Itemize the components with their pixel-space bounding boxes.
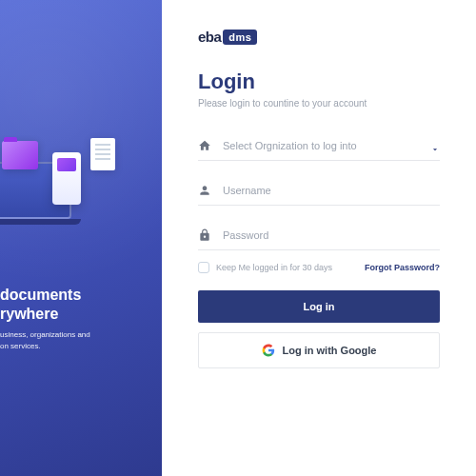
login-button[interactable]: Log in [198, 290, 440, 323]
logo-text-eba: eba [198, 29, 221, 45]
username-input[interactable] [223, 185, 440, 196]
promo-title-line2: rywhere [0, 306, 58, 322]
forgot-password-link[interactable]: Forgot Password? [365, 263, 440, 272]
user-icon [198, 184, 211, 197]
promo-panel: documents rywhere usiness, organizations… [0, 0, 162, 476]
promo-subtitle: usiness, organizations and on services. [0, 329, 162, 352]
brand-logo: eba dms [198, 29, 440, 45]
login-subheading: Please login to countine to your account [198, 98, 440, 109]
lock-icon [198, 228, 211, 242]
promo-sub-line1: usiness, organizations and [0, 330, 90, 339]
phone-graphic [52, 152, 81, 205]
document-graphic [90, 138, 115, 170]
promo-title: documents rywhere [0, 286, 162, 324]
promo-text: documents rywhere usiness, organizations… [0, 286, 162, 352]
login-panel: eba dms Login Please login to countine t… [162, 0, 476, 476]
remember-checkbox[interactable] [198, 262, 209, 273]
remember-row: Keep Me logged in for 30 days Forgot Pas… [198, 262, 440, 273]
username-field[interactable] [198, 176, 440, 206]
chevron-down-icon [430, 141, 440, 150]
password-field[interactable] [198, 221, 440, 250]
remember-label: Keep Me logged in for 30 days [216, 263, 332, 272]
google-login-button[interactable]: Log in with Google [198, 332, 440, 368]
organization-select[interactable] [198, 131, 440, 161]
google-icon [262, 344, 275, 357]
logo-text-dms: dms [223, 30, 257, 45]
login-heading: Login [198, 69, 440, 94]
organization-input[interactable] [223, 140, 419, 151]
remember-group: Keep Me logged in for 30 days [198, 262, 332, 273]
devices-illustration [0, 124, 162, 257]
google-button-label: Log in with Google [283, 345, 377, 356]
home-icon [198, 139, 211, 152]
folder-graphic [2, 141, 38, 169]
promo-sub-line2: on services. [0, 342, 41, 350]
promo-title-line1: documents [0, 287, 81, 303]
password-input[interactable] [223, 229, 440, 241]
login-button-label: Log in [304, 301, 335, 312]
